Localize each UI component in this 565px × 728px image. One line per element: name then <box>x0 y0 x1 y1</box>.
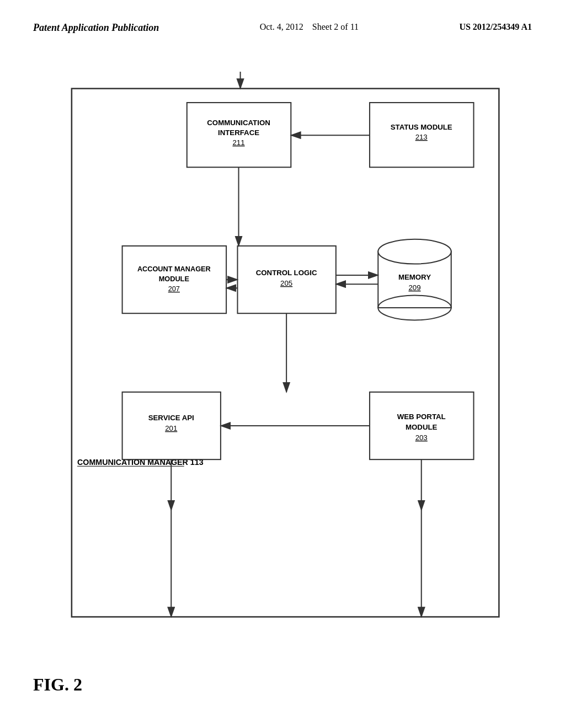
patent-number: US 2012/254349 A1 <box>459 22 532 32</box>
publication-date: Oct. 4, 2012 <box>260 22 303 31</box>
status-module-num: 213 <box>415 133 428 141</box>
service-api-label: SERVICE API <box>148 414 194 422</box>
memory-label: MEMORY <box>398 273 431 281</box>
header-center: Oct. 4, 2012 Sheet 2 of 11 <box>260 22 359 32</box>
control-logic-num: 205 <box>280 279 292 287</box>
control-logic-label: CONTROL LOGIC <box>256 269 317 277</box>
diagram-area: COMMUNICATION MANAGER 113 COMMUNICATION … <box>33 72 532 662</box>
memory-num: 209 <box>408 283 420 292</box>
sheet-info: Sheet 2 of 11 <box>312 22 359 31</box>
account-manager-num: 207 <box>168 285 180 293</box>
memory-top-ellipse <box>378 239 451 264</box>
service-api-num: 201 <box>165 424 177 432</box>
status-module-label: STATUS MODULE <box>391 123 452 131</box>
web-portal-label2: MODULE <box>406 423 438 431</box>
account-manager-label1: ACCOUNT MANAGER <box>137 265 211 273</box>
account-manager-label2: MODULE <box>159 275 189 283</box>
figure-label: FIG. 2 <box>33 675 82 695</box>
diagram-svg: COMMUNICATION MANAGER 113 COMMUNICATION … <box>33 72 532 662</box>
comm-interface-num: 211 <box>232 138 244 147</box>
comm-interface-label: COMMUNICATION <box>207 119 270 127</box>
publication-title: Patent Application Publication <box>33 22 159 34</box>
page-header: Patent Application Publication Oct. 4, 2… <box>33 22 532 34</box>
web-portal-label1: WEB PORTAL <box>397 413 446 421</box>
web-portal-num: 203 <box>415 433 428 442</box>
comm-interface-label2: INTERFACE <box>218 129 259 137</box>
